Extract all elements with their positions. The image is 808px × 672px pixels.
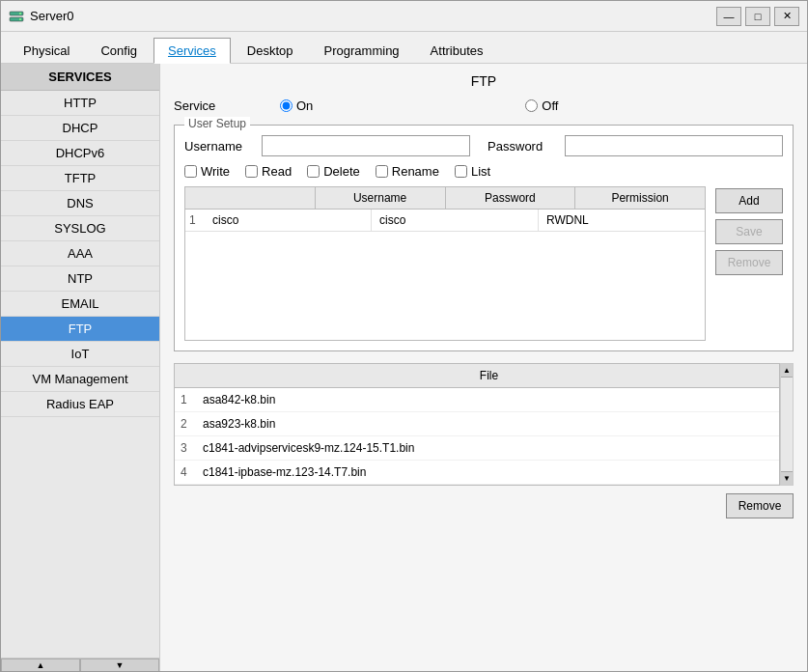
delete-checkbox-option[interactable]: Delete [307,164,360,179]
scroll-up-button[interactable]: ▲ [781,364,793,378]
password-input[interactable] [565,135,783,156]
file-row-3-name: c1841-advipservicesk9-mz.124-15.T1.bin [199,441,779,455]
scroll-down-button[interactable]: ▼ [781,471,793,485]
write-label: Write [201,164,230,179]
title-bar-left: Server0 [9,9,74,24]
th-num [185,187,316,209]
sidebar-header: SERVICES [1,64,159,91]
read-checkbox-option[interactable]: Read [245,164,292,179]
username-label: Username [184,139,252,154]
sidebar-item-iot[interactable]: IoT [1,342,159,367]
service-off-option[interactable]: Off [525,98,558,113]
th-permission: Permission [575,187,705,209]
sidebar-items: HTTP DHCP DHCPv6 TFTP DNS SYSLOG AAA NTP… [1,91,159,658]
content: SERVICES HTTP DHCP DHCPv6 TFTP DNS SYSLO… [1,64,807,671]
service-on-option[interactable]: On [280,98,313,113]
sidebar-item-http[interactable]: HTTP [1,91,159,116]
file-section-wrapper: File 1 asa842-k8.bin 2 asa923-k8.bin 3 c… [174,363,794,486]
remove-button[interactable]: Remove [715,250,783,275]
sidebar-item-radius-eap[interactable]: Radius EAP [1,392,159,417]
tab-programming[interactable]: Programming [310,38,414,63]
main-panel: FTP Service On Off User Setup Username [160,64,807,671]
file-row-3-num: 3 [175,441,199,455]
scroll-track [781,378,793,471]
tab-desktop[interactable]: Desktop [233,38,308,63]
file-remove-button[interactable]: Remove [726,493,794,518]
file-row-2-num: 2 [175,417,199,431]
sidebar-item-tftp[interactable]: TFTP [1,166,159,191]
delete-checkbox[interactable] [307,165,320,178]
write-checkbox[interactable] [184,165,197,178]
delete-label: Delete [323,164,360,179]
tab-services[interactable]: Services [153,38,231,64]
service-row: Service On Off [174,98,794,113]
read-label: Read [262,164,292,179]
password-label: Password [488,139,555,154]
row-username: cisco [205,210,372,231]
rename-checkbox-option[interactable]: Rename [376,164,439,179]
table-header: Username Password Permission [185,187,705,210]
service-off-radio[interactable] [525,99,538,112]
file-row-2[interactable]: 2 asa923-k8.bin [175,412,779,436]
user-setup-box: User Setup Username Password Write Read [174,125,794,351]
add-button[interactable]: Add [715,188,783,213]
username-input[interactable] [262,135,470,156]
title-bar-controls: — □ ✕ [716,7,799,26]
file-row-4[interactable]: 4 c1841-ipbase-mz.123-14.T7.bin [175,461,779,485]
sidebar-item-syslog[interactable]: SYSLOG [1,216,159,241]
svg-point-2 [19,13,21,14]
bottom-remove-row: Remove [174,493,794,518]
tab-config[interactable]: Config [86,38,152,63]
close-button[interactable]: ✕ [774,7,799,26]
sidebar-scroll-down[interactable]: ▼ [80,658,159,672]
sidebar-item-aaa[interactable]: AAA [1,241,159,266]
service-on-label: On [296,98,313,113]
file-th-num [175,364,199,387]
minimize-button[interactable]: — [716,7,741,26]
write-checkbox-option[interactable]: Write [184,164,230,179]
save-button[interactable]: Save [715,219,783,244]
action-buttons: Add Save Remove [715,186,783,341]
sidebar-item-ftp[interactable]: FTP [1,317,159,342]
service-off-label: Off [542,98,558,113]
rename-label: Rename [392,164,439,179]
sidebar-scroll-up[interactable]: ▲ [1,658,80,672]
row-password: cisco [372,210,539,231]
file-row-3[interactable]: 3 c1841-advipservicesk9-mz.124-15.T1.bin [175,436,779,461]
file-row-2-name: asa923-k8.bin [199,417,779,431]
rename-checkbox[interactable] [376,165,388,178]
read-checkbox[interactable] [245,165,258,178]
svg-point-3 [19,18,21,20]
th-password: Password [446,187,576,209]
tab-attributes[interactable]: Attributes [416,38,498,63]
file-row-1-num: 1 [175,393,199,406]
window: Server0 — □ ✕ Physical Config Services D… [0,0,808,672]
server-icon [9,9,24,24]
file-scrollbar: ▲ ▼ [780,363,794,486]
table-section: Username Password Permission 1 cisco cis… [184,186,783,341]
file-section: File 1 asa842-k8.bin 2 asa923-k8.bin 3 c… [174,363,780,486]
checkboxes-row: Write Read Delete Rename [184,164,783,179]
file-header: File [175,364,779,388]
table-row[interactable]: 1 cisco cisco RWDNL [185,210,705,232]
window-title: Server0 [30,9,74,23]
row-num: 1 [185,210,205,231]
tab-physical[interactable]: Physical [9,38,84,63]
title-bar: Server0 — □ ✕ [1,1,807,32]
sidebar-item-email[interactable]: EMAIL [1,292,159,317]
sidebar-item-vm-management[interactable]: VM Management [1,367,159,392]
list-checkbox[interactable] [455,165,467,178]
sidebar-item-ntp[interactable]: NTP [1,266,159,292]
sidebar-item-dhcpv6[interactable]: DHCPv6 [1,141,159,166]
user-setup-legend: User Setup [184,117,250,130]
service-on-radio[interactable] [280,99,293,112]
sidebar-item-dhcp[interactable]: DHCP [1,116,159,141]
row-permission: RWDNL [539,210,705,231]
sidebar-item-dns[interactable]: DNS [1,191,159,216]
service-label: Service [174,98,232,113]
restore-button[interactable]: □ [745,7,770,26]
file-row-4-name: c1841-ipbase-mz.123-14.T7.bin [199,465,779,479]
file-row-1[interactable]: 1 asa842-k8.bin [175,388,779,412]
list-checkbox-option[interactable]: List [455,164,490,179]
list-label: List [471,164,490,179]
